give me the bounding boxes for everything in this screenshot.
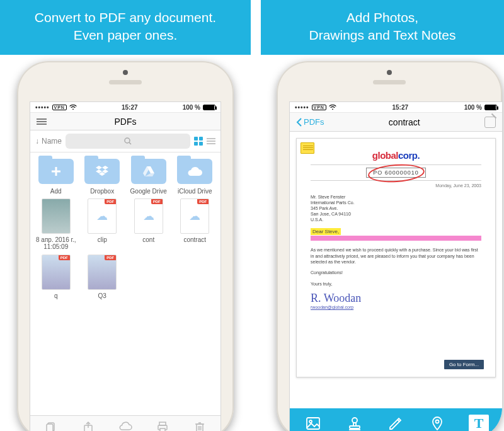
phone-mock-right: ••••• VPN 15:27 100 % bbox=[277, 61, 502, 431]
file-thumb: PDF bbox=[88, 255, 117, 290]
doc-address: Mr. Steve FensterInternational Parts Co.… bbox=[311, 194, 481, 222]
highlight-yellow: Dear Steve, bbox=[311, 228, 341, 235]
svg-marker-4 bbox=[96, 166, 102, 170]
file-photo[interactable]: 8 апр. 2016 г., 11:05:09 bbox=[34, 198, 78, 251]
print-button[interactable] bbox=[156, 421, 169, 431]
folder-gdrive[interactable]: Google Drive bbox=[127, 159, 171, 195]
navbar: PDFs contract bbox=[290, 113, 502, 132]
folder-dropbox[interactable]: Dropbox bbox=[81, 159, 125, 195]
file-thumb: PDF bbox=[42, 255, 71, 290]
text-tool[interactable]: T bbox=[469, 415, 489, 431]
battery-icon bbox=[484, 105, 497, 110]
po-number: PO 600000010 bbox=[311, 168, 481, 178]
compose-button[interactable] bbox=[484, 117, 496, 128]
folder-add[interactable]: Add bbox=[34, 159, 78, 195]
trash-button[interactable] bbox=[193, 421, 206, 431]
vpn-badge: VPN bbox=[312, 105, 326, 110]
battery-pct: 100 % bbox=[464, 104, 482, 111]
svg-rect-25 bbox=[307, 418, 319, 429]
file-thumb: PDF☁ bbox=[88, 198, 117, 234]
document-viewer[interactable]: globalcorp. PO 600000010 Monday, June 23… bbox=[290, 132, 502, 430]
file-thumb: PDF☁ bbox=[180, 198, 209, 234]
svg-point-26 bbox=[309, 420, 312, 423]
file-label: q bbox=[54, 292, 58, 306]
sort-button[interactable]: ↓ Name bbox=[35, 137, 62, 146]
page-title: PDFs bbox=[115, 117, 137, 127]
back-button[interactable]: PDFs bbox=[296, 117, 324, 127]
back-label: PDFs bbox=[304, 117, 324, 127]
folder-label: Google Drive bbox=[130, 188, 167, 195]
search-icon bbox=[123, 137, 132, 146]
battery-icon bbox=[203, 105, 215, 110]
folder-icloud[interactable]: iCloud Drive bbox=[173, 159, 217, 195]
menu-button[interactable] bbox=[37, 118, 47, 125]
battery-pct: 100 % bbox=[183, 104, 200, 111]
highlight-pink bbox=[311, 236, 481, 241]
sort-search-bar: ↓ Name bbox=[30, 130, 220, 152]
svg-line-1 bbox=[129, 142, 131, 144]
sort-arrow-icon: ↓ bbox=[35, 137, 39, 146]
folder-icon bbox=[84, 159, 120, 184]
page-title: contract bbox=[389, 117, 420, 127]
file-q3[interactable]: PDFQ3 bbox=[81, 255, 125, 306]
doc-logo: globalcorp. bbox=[311, 150, 481, 161]
folder-label: Dropbox bbox=[90, 188, 114, 195]
file-label: clip bbox=[98, 236, 107, 250]
file-q[interactable]: PDFq bbox=[34, 255, 78, 306]
file-contract[interactable]: PDF☁contract bbox=[173, 198, 217, 251]
file-label: 8 апр. 2016 г., 11:05:09 bbox=[34, 236, 78, 251]
svg-line-32 bbox=[398, 420, 399, 422]
folder-icon bbox=[38, 159, 74, 184]
caption-text: Add Photos, bbox=[346, 10, 418, 25]
vpn-badge: VPN bbox=[52, 105, 67, 110]
doc-closing: Yours truly, bbox=[311, 281, 481, 287]
photo-tool[interactable] bbox=[303, 415, 323, 431]
sticky-note-icon[interactable] bbox=[301, 142, 314, 154]
stamp-tool[interactable] bbox=[345, 415, 365, 431]
folder-label: iCloud Drive bbox=[178, 188, 212, 195]
file-clip[interactable]: PDF☁clip bbox=[81, 198, 125, 251]
status-time: 15:27 bbox=[122, 104, 138, 111]
svg-marker-31 bbox=[390, 418, 401, 429]
svg-rect-29 bbox=[350, 426, 360, 428]
svg-rect-13 bbox=[47, 424, 53, 431]
pin-tool[interactable] bbox=[427, 415, 447, 431]
doc-date: Monday, June 23, 2003 bbox=[311, 183, 481, 188]
cloud-button[interactable] bbox=[118, 421, 132, 431]
file-label: contract bbox=[183, 236, 206, 250]
file-label: Q3 bbox=[98, 292, 106, 306]
caption-left: Convert to PDF any document. Even paper … bbox=[0, 0, 251, 55]
status-bar: ••••• VPN 15:27 100 % bbox=[30, 102, 220, 113]
search-input[interactable] bbox=[66, 134, 190, 149]
folder-icon bbox=[177, 159, 212, 184]
doc-congrats: Congratulations! bbox=[311, 270, 481, 275]
status-bar: ••••• VPN 15:27 100 % bbox=[290, 102, 502, 113]
folder-icon bbox=[131, 159, 166, 184]
doc-signature: R. Woodan bbox=[311, 292, 481, 305]
document-page: globalcorp. PO 600000010 Monday, June 23… bbox=[296, 138, 496, 377]
wifi-icon bbox=[329, 105, 336, 110]
list-view-button[interactable] bbox=[207, 138, 215, 144]
caption-text: Drawings and Text Notes bbox=[309, 28, 455, 42]
svg-point-27 bbox=[352, 418, 357, 423]
doc-body: As we mentioned we wish to proceed quick… bbox=[311, 247, 481, 265]
wifi-icon bbox=[69, 105, 77, 110]
phone-camera bbox=[387, 70, 392, 75]
share-button[interactable] bbox=[82, 421, 94, 431]
svg-point-33 bbox=[436, 420, 439, 423]
grid-view-button[interactable] bbox=[194, 137, 203, 146]
goto-form-button[interactable]: Go to Form... bbox=[444, 360, 484, 369]
file-label: cont bbox=[142, 236, 154, 250]
file-cont[interactable]: PDF☁cont bbox=[127, 198, 171, 251]
file-thumb: PDF☁ bbox=[134, 198, 163, 234]
doc-signature-link: rwoodan@global.corp bbox=[311, 305, 481, 309]
phone-mock-left: ••••• VPN 15:27 100 % PDFs bbox=[17, 61, 234, 431]
bottom-toolbar bbox=[30, 415, 220, 431]
signal-dots: ••••• bbox=[295, 104, 309, 111]
copy-button[interactable] bbox=[45, 421, 57, 431]
svg-point-0 bbox=[125, 138, 130, 143]
sort-label: Name bbox=[42, 137, 62, 146]
pencil-tool[interactable] bbox=[386, 415, 406, 431]
svg-rect-18 bbox=[160, 428, 165, 431]
navbar: PDFs bbox=[30, 113, 220, 130]
